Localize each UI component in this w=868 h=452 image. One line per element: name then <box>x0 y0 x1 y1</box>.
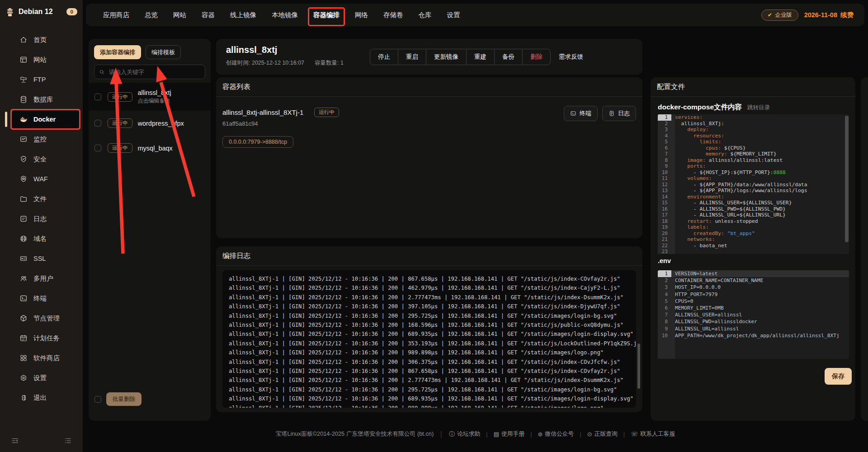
footer-link-label: 正版查询 <box>594 430 618 438</box>
sidebar-item-appstore[interactable]: 软件商店 <box>0 348 83 368</box>
compose-list-item[interactable]: 运行中wordpress_bfpx <box>89 111 211 136</box>
footer-separator: | <box>530 431 532 438</box>
save-button[interactable]: 保存 <box>825 368 852 385</box>
item-checkbox[interactable] <box>94 120 101 127</box>
editor-scrollbar[interactable] <box>845 116 849 242</box>
sidebar-item-logout[interactable]: 退出 <box>0 388 83 408</box>
footer-link-3[interactable]: ⊙正版查询 <box>587 430 618 438</box>
ssl-card-icon <box>19 254 28 263</box>
waf-shield-icon <box>19 175 28 183</box>
action-button-1[interactable]: 重启 <box>398 49 426 65</box>
sidebar-item-logs[interactable]: 日志 <box>0 209 83 229</box>
compose-editor[interactable]: 1services:2 allinssl_8XTj:3 deploy:4 res… <box>658 114 849 254</box>
log-output[interactable]: allinssl_8XTj-1 | [GIN] 2025/12/12 - 10:… <box>222 270 636 408</box>
code-content: ports: <box>671 163 706 170</box>
sidebar-item-users[interactable]: 多用户 <box>0 268 83 288</box>
sidebar-item-terminal[interactable]: 终端 <box>0 288 83 308</box>
calendar-icon <box>19 334 28 342</box>
action-button-3[interactable]: 重建 <box>466 49 494 65</box>
message-count-badge[interactable]: 0 <box>66 8 77 15</box>
sidebar-item-files[interactable]: 文件 <box>0 189 83 209</box>
tab-10[interactable]: 设置 <box>447 4 460 26</box>
env-line: 2CONTAINER_NAME=CONTAINER_NAME <box>658 277 849 284</box>
action-button-4[interactable]: 备份 <box>494 49 522 65</box>
compose-detail-header: allinssl_8xtj 创建时间: 2025-12-12 10:16:07 … <box>216 39 642 75</box>
renew-info[interactable]: 2026-11-08续费 <box>804 11 854 19</box>
line-number: 12 <box>658 182 671 188</box>
select-all-checkbox[interactable] <box>94 396 101 403</box>
item-checkbox[interactable] <box>94 145 101 151</box>
add-compose-button[interactable]: 添加容器编排 <box>94 45 141 59</box>
license-badge[interactable]: ✔ 企业版 <box>761 9 798 21</box>
tab-0[interactable]: 应用商店 <box>103 4 129 26</box>
footer-link-2[interactable]: ⊚微信公众号 <box>538 430 574 438</box>
batch-row: 批量删除 <box>94 392 142 406</box>
env-line: 7ALLINSSL_USER=allinssl <box>658 311 849 318</box>
compose-file-header: docker-compose文件内容 跳转目录 <box>651 97 855 112</box>
log-box-icon <box>19 215 28 223</box>
sidebar-item-label: 日志 <box>33 215 47 223</box>
tab-9[interactable]: 仓库 <box>419 4 432 26</box>
jump-directory-link[interactable]: 跳转目录 <box>747 104 770 112</box>
line-number: 4 <box>658 291 671 298</box>
license-label: 企业版 <box>775 11 792 19</box>
code-content: restart: unless-stopped <box>671 218 758 225</box>
compose-template-button[interactable]: 编排模板 <box>146 45 181 59</box>
tab-3[interactable]: 容器 <box>202 4 215 26</box>
compose-list-item[interactable]: 运行中mysql_baqx <box>89 136 211 160</box>
verify-icon: ⊙ <box>587 431 592 437</box>
tab-6[interactable]: 容器编排 <box>313 4 340 26</box>
log-scrollbar[interactable] <box>637 344 640 389</box>
action-button-2[interactable]: 更新镜像 <box>426 49 466 65</box>
search-input[interactable] <box>108 68 200 76</box>
gear-icon <box>19 374 28 382</box>
menu-list-icon[interactable] <box>64 437 72 445</box>
tab-8[interactable]: 存储卷 <box>383 4 403 26</box>
collapse-sidebar-icon[interactable] <box>11 437 19 445</box>
item-checkbox[interactable] <box>94 94 101 100</box>
container-log-button[interactable]: 日志 <box>602 106 636 121</box>
line-number: 7 <box>658 311 671 318</box>
sidebar-item-waf[interactable]: WAF <box>0 169 83 189</box>
footer-link-1[interactable]: ▤使用手册 <box>494 430 524 438</box>
tab-2[interactable]: 网站 <box>173 4 186 26</box>
sidebar-item-security[interactable]: 安全 <box>0 149 83 169</box>
env-file-title: .env <box>658 257 671 264</box>
renew-label: 续费 <box>840 11 854 19</box>
sidebar-item-label: SSL <box>33 255 46 262</box>
action-button-5[interactable]: 删除 <box>522 49 550 65</box>
sidebar-item-docker[interactable]: Docker <box>12 109 79 129</box>
sidebar-item-database[interactable]: 数据库 <box>0 89 83 109</box>
tab-5[interactable]: 本地镜像 <box>272 4 298 26</box>
sidebar-item-cron[interactable]: 计划任务 <box>0 328 83 348</box>
database-icon <box>19 95 28 104</box>
sidebar-item-monitor[interactable]: 监控 <box>0 129 83 149</box>
sidebar-item-ssl[interactable]: SSL <box>0 249 83 268</box>
sidebar-item-website[interactable]: 网站 <box>0 50 83 70</box>
footer-link-label: 联系人工客服 <box>640 430 675 438</box>
sidebar-item-nodes[interactable]: 节点管理 <box>0 308 83 328</box>
footer-link-4[interactable]: ☏联系人工客服 <box>631 430 675 438</box>
container-actions: 终端 日志 <box>564 106 636 121</box>
tab-1[interactable]: 总览 <box>145 4 158 26</box>
container-name: allinssl_8xtj-allinssl_8XTj-1 <box>222 108 303 116</box>
action-button-0[interactable]: 停止 <box>370 49 398 65</box>
code-content: - baota_net <box>671 243 727 249</box>
footer: 宝塔Linux面板©2014-2025 广东堡塔安全技术有限公司 (bt.cn)… <box>83 430 868 438</box>
edit-note-link[interactable]: 点击编辑备注 <box>138 97 171 105</box>
sidebar-item-ftp[interactable]: FTP <box>0 70 83 89</box>
feedback-link[interactable]: 需求反馈 <box>559 53 583 61</box>
code-line: 18 restart: unless-stopped <box>658 218 849 225</box>
batch-delete-button[interactable]: 批量删除 <box>106 392 142 406</box>
terminal-button[interactable]: 终端 <box>564 106 598 121</box>
brand: Debian 12 0 <box>0 0 83 24</box>
tab-7[interactable]: 网络 <box>355 4 368 26</box>
tab-4[interactable]: 线上镜像 <box>230 4 256 26</box>
compose-list-item[interactable]: 运行中allinssl_8xtj点击编辑备注 <box>89 83 211 111</box>
footer-link-0[interactable]: ⓘ论坛求助 <box>449 430 480 438</box>
sidebar-item-domain[interactable]: 域名 <box>0 229 83 249</box>
sidebar-item-home[interactable]: 首页 <box>0 30 83 50</box>
env-editor[interactable]: 1VERSION=latest2CONTAINER_NAME=CONTAINER… <box>658 270 849 359</box>
sidebar-item-settings[interactable]: 设置 <box>0 368 83 388</box>
sidebar-item-label: 文件 <box>33 195 47 203</box>
